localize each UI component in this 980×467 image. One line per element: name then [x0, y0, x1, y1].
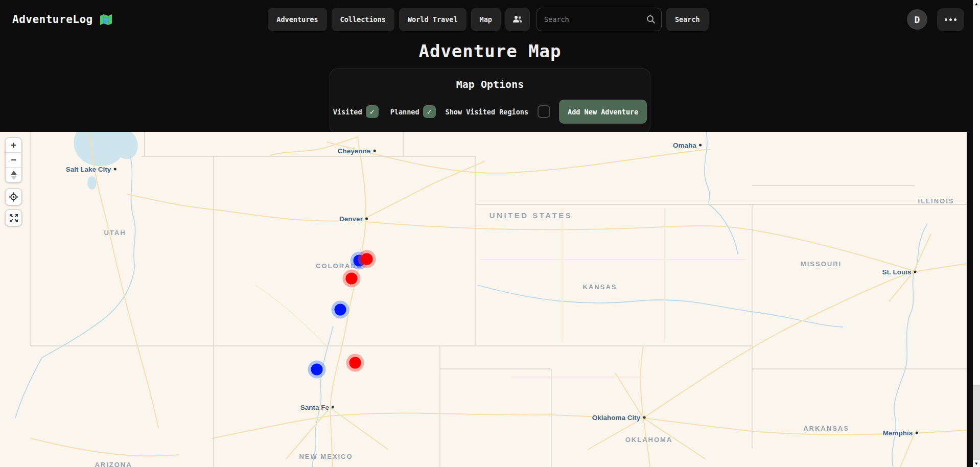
search-button[interactable]: Search	[666, 8, 709, 31]
city-label-memphis: Memphis	[883, 429, 918, 437]
compass-icon	[11, 171, 17, 175]
city-dot	[915, 432, 918, 434]
more-icon	[945, 18, 947, 21]
city-dot	[332, 406, 334, 409]
city-label-st-louis: St. Louis	[882, 268, 917, 276]
visited-checkbox[interactable]: ✓	[366, 105, 379, 118]
city-dot	[373, 150, 376, 152]
map-marker-planned[interactable]	[308, 361, 326, 379]
city-dot	[365, 218, 368, 220]
map-base-layer	[0, 132, 967, 467]
search-input[interactable]	[536, 8, 662, 31]
fullscreen-icon	[9, 214, 18, 223]
city-dot	[699, 144, 702, 147]
nav-world-travel-button[interactable]: World Travel	[399, 8, 466, 31]
state-label-arkansas: ARKANSAS	[803, 425, 849, 432]
city-label-oklahoma-city: Oklahoma City	[592, 414, 646, 422]
search-icon	[646, 15, 656, 24]
marker-core	[311, 364, 323, 376]
users-icon	[512, 15, 523, 24]
city-dot	[113, 168, 116, 171]
page-scrollbar: ▲ ▼	[973, 0, 980, 467]
state-label-missouri: MISSOURI	[801, 260, 842, 268]
page-title: Adventure Map	[0, 41, 980, 61]
state-label-utah: UTAH	[104, 229, 126, 237]
map-options-row: Visited ✓ Planned ✓ Show Visited Regions…	[337, 100, 643, 124]
geolocate-icon	[9, 192, 18, 202]
scrollbar-thumb[interactable]	[973, 7, 980, 385]
city-dot	[643, 416, 645, 419]
zoom-in-button[interactable]: +	[6, 138, 21, 153]
marker-core	[346, 273, 358, 285]
nav-adventures-button[interactable]: Adventures	[268, 8, 326, 31]
map-options-card: Map Options Visited ✓ Planned ✓ Show Vis…	[330, 68, 650, 133]
brand-title: AdventureLog	[12, 13, 93, 26]
city-label-omaha: Omaha	[673, 142, 702, 149]
map-canvas[interactable]: UTAHCOLORADOKANSASMISSOURIILLINOISOKLAHO…	[0, 132, 967, 467]
map-logo-icon	[99, 13, 113, 27]
navbar: AdventureLog Adventures Collections Worl…	[0, 0, 973, 39]
nav-collections-button[interactable]: Collections	[332, 8, 394, 31]
map-marker-visited[interactable]	[346, 354, 364, 372]
city-label-cheyenne: Cheyenne	[338, 147, 376, 155]
fullscreen-button[interactable]	[6, 210, 21, 226]
map-options-title: Map Options	[337, 78, 643, 90]
nav-right: D	[709, 8, 964, 31]
map-marker-planned[interactable]	[332, 301, 349, 319]
map-marker-visited[interactable]	[343, 270, 361, 288]
visited-label: Visited	[333, 108, 362, 116]
more-menu-button[interactable]	[937, 8, 964, 31]
scrollbar-up-arrow[interactable]: ▲	[973, 0, 980, 7]
country-label: UNITED STATES	[489, 211, 572, 220]
map-zoom-controls: + −	[6, 138, 21, 182]
geolocate-button[interactable]	[6, 189, 21, 205]
state-label-arizona: ARIZONA	[95, 461, 132, 467]
show-visited-regions-label: Show Visited Regions	[446, 108, 529, 116]
planned-checkbox[interactable]: ✓	[423, 105, 436, 118]
brand[interactable]: AdventureLog	[12, 13, 268, 27]
city-label-santa-fe: Santa Fe	[300, 404, 334, 411]
marker-core	[361, 253, 373, 265]
scrollbar-down-arrow[interactable]: ▼	[973, 460, 980, 467]
compass-button[interactable]	[6, 168, 21, 182]
nav-map-button[interactable]: Map	[471, 8, 501, 31]
planned-label: Planned	[390, 108, 419, 116]
marker-core	[335, 304, 346, 316]
city-label-denver: Denver	[339, 215, 368, 223]
nav-users-button[interactable]	[505, 8, 530, 31]
add-new-adventure-button[interactable]: Add New Adventure	[559, 100, 647, 124]
state-label-kansas: KANSAS	[583, 283, 617, 291]
marker-core	[349, 357, 361, 369]
zoom-out-button[interactable]: −	[6, 153, 21, 168]
nav-links: Adventures Collections World Travel Map …	[268, 8, 708, 31]
state-label-oklahoma: OKLAHOMA	[625, 436, 673, 443]
avatar[interactable]: D	[907, 9, 927, 30]
search-field-wrap	[536, 8, 662, 31]
city-label-salt-lake-city: Salt Lake City	[66, 166, 116, 173]
state-label-illinois: ILLINOIS	[918, 197, 954, 205]
map-marker-visited[interactable]	[358, 250, 376, 268]
city-dot	[914, 271, 917, 273]
show-visited-regions-checkbox[interactable]	[538, 105, 550, 118]
state-label-new-mexico: NEW MEXICO	[299, 453, 353, 460]
